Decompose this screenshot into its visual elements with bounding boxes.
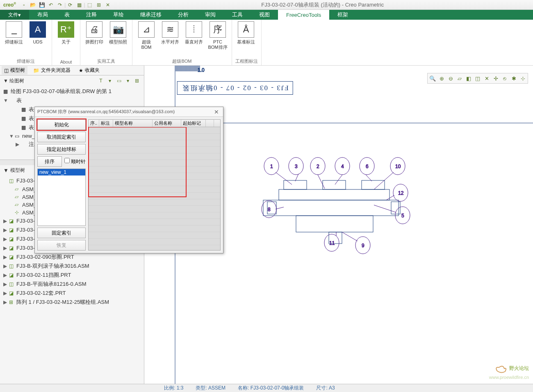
close-icon[interactable]: ✕: [104, 1, 112, 9]
ribbon-label: UDS: [33, 39, 42, 45]
repaint-icon[interactable]: ◧: [465, 74, 473, 82]
tree-tool-4-icon[interactable]: ▾: [124, 77, 132, 84]
ribbon-group-label: 实用工具: [84, 57, 129, 64]
csys-icon[interactable]: ⎋: [501, 74, 509, 82]
menu-file[interactable]: 文件 ▾: [0, 10, 29, 20]
model-item[interactable]: ▶◫FJ3-B-平面轴承81216-0.ASM: [0, 280, 144, 289]
open-icon[interactable]: 📂: [29, 1, 36, 9]
svg-rect-37: [279, 189, 390, 200]
panel-tab-收藏夹[interactable]: ★收藏夹: [76, 66, 102, 75]
set-origin-button[interactable]: 指定起始球标: [37, 144, 86, 155]
windows-icon[interactable]: ▦: [75, 1, 83, 9]
ribbon-垂直对齐[interactable]: ⦙垂直对齐: [183, 21, 205, 57]
table-header-cell[interactable]: 起始标记: [181, 120, 206, 127]
redo-icon[interactable]: ↷: [56, 1, 64, 9]
menu-tab-8[interactable]: 视图: [251, 10, 278, 20]
ribbon-label: PTCBOM排序: [208, 39, 227, 50]
menu-tab-9[interactable]: FreeCreoTools: [278, 10, 329, 20]
sort-button[interactable]: 排序: [37, 156, 62, 167]
model-item[interactable]: ▶◫FJ3-B-双列滚子轴承3016.ASM: [0, 262, 144, 271]
datum-axis-icon[interactable]: ✕: [483, 74, 491, 82]
fix-index-button[interactable]: 固定索引: [37, 228, 86, 238]
menu-tab-6[interactable]: 审阅: [197, 10, 224, 20]
display-icon[interactable]: ◫: [474, 74, 482, 82]
undo-icon[interactable]: ↶: [47, 1, 55, 9]
tree-tool-3-icon[interactable]: ▭: [115, 77, 123, 84]
menu-tab-3[interactable]: 草绘: [105, 10, 132, 20]
datum-point-icon[interactable]: ✢: [492, 74, 500, 82]
dialog-close-icon[interactable]: ✕: [212, 109, 221, 115]
ribbon-拼图打印[interactable]: 🖨拼图打印: [84, 21, 105, 57]
save-icon[interactable]: 💾: [38, 1, 46, 9]
ribbon-超级-BOM[interactable]: ⊿超级BOM: [136, 21, 157, 57]
drawing-root[interactable]: 绘图 FJ3-03-02-07-0轴承组装.DRW 的第 1: [11, 88, 112, 95]
menu-tab-5[interactable]: 分析: [170, 10, 197, 20]
watermark: 野火论坛 www.proewildfire.cn: [489, 362, 529, 380]
svg-text:5: 5: [401, 213, 404, 219]
svg-rect-35: [323, 180, 346, 189]
statusbar: 比例: 1:3 类型: ASSEM 名称: FJ3-03-02-07-0轴承组装…: [0, 384, 533, 392]
init-button[interactable]: 初始化: [37, 119, 86, 130]
ribbon-关于[interactable]: R⁺关于: [55, 21, 77, 58]
svg-text:2: 2: [317, 164, 319, 169]
tree-tool-1-icon[interactable]: T: [97, 77, 105, 84]
zoom-out-icon[interactable]: ⊖: [446, 74, 455, 82]
menu-tabs: 文件 ▾ 布局表注释草绘继承迁移分析审阅工具视图FreeCreoTools框架: [0, 10, 533, 20]
ribbon-模型拍照[interactable]: 📷模型拍照: [107, 21, 129, 57]
cancel-fixed-button[interactable]: 取消固定索引: [37, 132, 86, 142]
bom-table[interactable]: 序..标注模型名称公用名称起始标记: [88, 119, 221, 251]
view-list[interactable]: new_view_1: [37, 169, 86, 226]
drawtree-title: ▼ 绘图树: [3, 77, 24, 84]
svg-rect-36: [362, 180, 385, 189]
ribbon-基准标注[interactable]: Å基准标注: [235, 21, 257, 57]
zoom-fit-icon[interactable]: 🔍: [428, 74, 437, 82]
ribbon-PTC-BOM排序[interactable]: 序PTCBOM排序: [207, 21, 228, 57]
qat-icon[interactable]: ⬚: [86, 1, 93, 9]
panel-tab-文件夹浏览器[interactable]: 📁文件夹浏览器: [31, 66, 73, 75]
svg-line-65: [295, 174, 298, 181]
refit-icon[interactable]: ▱: [456, 74, 464, 82]
anno-icon[interactable]: ⊹: [519, 74, 527, 82]
svg-line-70: [386, 195, 394, 200]
ribbon-焊缝标注[interactable]: ⎯焊缝标注: [3, 21, 25, 57]
table-header-cell[interactable]: 模型名称: [113, 120, 153, 127]
menu-tab-1[interactable]: 表: [56, 10, 78, 20]
view-toolbar: 🔍 ⊕ ⊖ ▱ ◧ ◫ ✕ ✢ ⎋ ✱ ⊹: [427, 73, 528, 84]
ribbon-label: 焊缝标注: [5, 39, 23, 45]
table-header-cell[interactable]: 公用名称: [153, 120, 181, 127]
new-icon[interactable]: ▫: [20, 1, 27, 9]
table-header-cell[interactable]: 标注: [99, 120, 113, 127]
note-icon[interactable]: ✱: [510, 74, 518, 82]
tree-tool-5-icon[interactable]: ⊞: [133, 77, 141, 84]
cw-checkbox[interactable]: [64, 158, 70, 163]
titlebar: creo® ▫ 📂 💾 ↶ ↷ | ⟳ ▦ | ⬚ ⊞ ✕ FJ3-03-02-…: [0, 0, 533, 10]
model-item[interactable]: ▶◪FJ3-03-02-090形圈.PRT: [0, 253, 144, 262]
regen-icon[interactable]: ⟳: [66, 1, 74, 9]
cw-checkbox-label[interactable]: 顺时针: [64, 158, 86, 165]
model-item[interactable]: ▶⊞阵列 1 / FJ3-03-02-M12-25螺栓组.ASM: [0, 298, 144, 307]
model-item[interactable]: ▶◪FJ3-03-02-12套.PRT: [0, 289, 144, 298]
ribbon-icon: R⁺: [58, 21, 74, 38]
panel-tab-模型树[interactable]: ◫模型树: [2, 66, 27, 75]
zoom-in-icon[interactable]: ⊕: [437, 74, 446, 82]
svg-text:8: 8: [268, 207, 271, 212]
table-header-cell[interactable]: [206, 120, 214, 127]
tree-tool-2-icon[interactable]: ▾: [106, 77, 114, 84]
svg-text:6: 6: [366, 164, 369, 169]
tree-item[interactable]: ▼表: [0, 96, 144, 105]
list-item[interactable]: new_view_1: [38, 169, 85, 175]
app-logo: creo®: [0, 2, 19, 8]
menu-tab-2[interactable]: 注释: [78, 10, 105, 20]
ribbon-group-label: 超级BOM: [136, 57, 228, 64]
menu-tab-0[interactable]: 布局: [29, 10, 56, 20]
menu-tab-4[interactable]: 继承迁移: [132, 10, 170, 20]
restore-button[interactable]: 恢复: [37, 240, 86, 251]
ribbon-label: 超级BOM: [141, 39, 151, 50]
ribbon-UDS[interactable]: AUDS: [27, 21, 48, 57]
ribbon-水平对齐[interactable]: ≋水平对齐: [159, 21, 181, 57]
qat2-icon[interactable]: ⊞: [95, 1, 102, 9]
menu-tab-7[interactable]: 工具: [224, 10, 251, 20]
table-header-cell[interactable]: 序..: [89, 120, 99, 127]
model-item[interactable]: ▶◪FJ3-03-02-11挡圈.PRT: [0, 271, 144, 280]
menu-tab-10[interactable]: 框架: [329, 10, 356, 20]
